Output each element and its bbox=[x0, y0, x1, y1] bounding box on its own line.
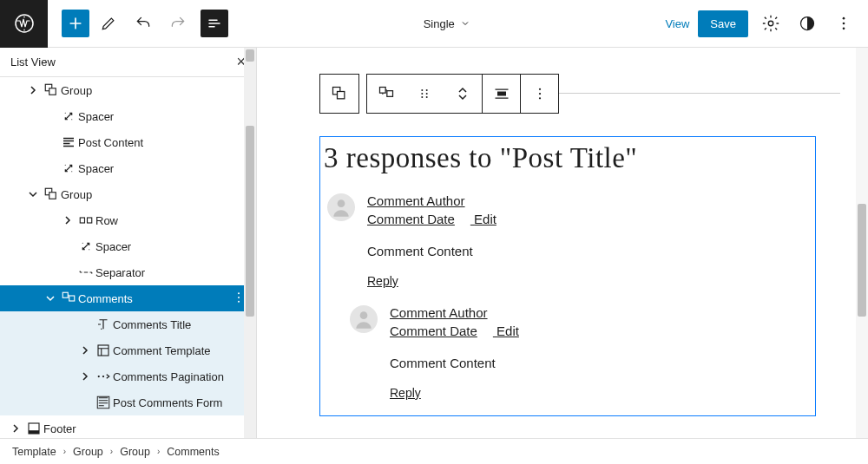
chevron-right-icon[interactable] bbox=[59, 216, 76, 225]
svg-rect-9 bbox=[49, 193, 56, 199]
comment-item: Comment Author Comment Date Edit Comment… bbox=[320, 183, 815, 295]
svg-point-18 bbox=[98, 376, 100, 377]
svg-point-28 bbox=[426, 89, 428, 91]
move-up-down-icon[interactable] bbox=[444, 75, 482, 113]
pagination-icon bbox=[94, 369, 113, 384]
svg-rect-26 bbox=[387, 91, 393, 97]
spacer-icon bbox=[59, 160, 78, 176]
add-block-button[interactable] bbox=[62, 10, 89, 37]
list-view-scrollbar[interactable] bbox=[244, 48, 256, 438]
comment-date[interactable]: Comment Date bbox=[390, 323, 477, 338]
breadcrumb: Template›Group›Group›Comments bbox=[0, 438, 868, 464]
form-icon bbox=[94, 395, 113, 410]
chevron-right-icon[interactable] bbox=[76, 372, 94, 381]
list-view-toggle-icon[interactable] bbox=[201, 10, 228, 37]
chevron-right-icon: › bbox=[110, 447, 113, 456]
list-item-label: Comments Pagination bbox=[113, 370, 249, 383]
undo-icon[interactable] bbox=[128, 8, 159, 39]
comment-edit-link[interactable]: Edit bbox=[496, 323, 519, 338]
chevron-right-icon[interactable] bbox=[76, 346, 94, 355]
comment-content: Comment Content bbox=[390, 356, 535, 370]
redo-icon[interactable] bbox=[162, 8, 194, 39]
list-item-spacer[interactable]: Spacer bbox=[0, 233, 256, 259]
view-link[interactable]: View bbox=[665, 17, 689, 30]
comment-author[interactable]: Comment Author bbox=[367, 193, 465, 208]
comments-block[interactable]: 3 responses to "Post Title" Comment Auth… bbox=[319, 136, 816, 416]
list-item-label: Group bbox=[61, 84, 249, 97]
svg-point-19 bbox=[102, 376, 104, 377]
breadcrumb-item[interactable]: Template bbox=[12, 446, 56, 458]
comment-author[interactable]: Comment Author bbox=[390, 305, 488, 320]
list-item-label: Spacer bbox=[95, 240, 249, 253]
comment-reply-link[interactable]: Reply bbox=[390, 386, 535, 400]
svg-point-37 bbox=[338, 199, 345, 207]
list-view-title: List View bbox=[10, 56, 56, 69]
align-icon[interactable] bbox=[482, 75, 520, 113]
template-selector[interactable]: Single bbox=[228, 17, 665, 30]
svg-rect-33 bbox=[497, 92, 506, 96]
list-item-label: Comments Title bbox=[113, 318, 249, 331]
edit-icon[interactable] bbox=[93, 8, 124, 39]
comment-date[interactable]: Comment Date bbox=[367, 212, 455, 226]
comment-reply-link[interactable]: Reply bbox=[367, 274, 512, 288]
comment-edit-link[interactable]: Edit bbox=[474, 212, 496, 226]
list-item-footer[interactable]: Footer bbox=[0, 415, 256, 438]
svg-point-5 bbox=[843, 28, 845, 30]
breadcrumb-item[interactable]: Group bbox=[73, 446, 103, 458]
svg-point-1 bbox=[768, 21, 773, 26]
list-item-group[interactable]: Group bbox=[0, 77, 256, 103]
breadcrumb-item[interactable]: Group bbox=[120, 446, 150, 458]
more-options-icon[interactable] bbox=[830, 8, 858, 39]
settings-icon[interactable] bbox=[757, 8, 785, 39]
block-more-icon[interactable] bbox=[520, 75, 558, 113]
breadcrumb-item[interactable]: Comments bbox=[167, 446, 219, 458]
svg-rect-10 bbox=[80, 218, 84, 223]
list-item-comments[interactable]: Comments bbox=[0, 285, 256, 311]
wordpress-logo[interactable] bbox=[0, 0, 48, 48]
styles-icon[interactable] bbox=[793, 8, 821, 39]
list-item-comments-pagination[interactable]: Comments Pagination bbox=[0, 363, 256, 389]
svg-point-38 bbox=[360, 311, 368, 319]
list-item-comments-title[interactable]: Comments Title bbox=[0, 311, 256, 337]
chevron-down-icon bbox=[460, 18, 470, 29]
chevron-right-icon[interactable] bbox=[7, 424, 24, 433]
list-item-spacer[interactable]: Spacer bbox=[0, 155, 256, 181]
svg-point-34 bbox=[538, 88, 540, 90]
svg-point-35 bbox=[538, 93, 540, 95]
parent-block-icon[interactable] bbox=[320, 75, 358, 113]
list-view-panel: List View × GroupSpacerPost ContentSpace… bbox=[0, 48, 257, 438]
svg-rect-22 bbox=[29, 430, 39, 434]
list-item-separator[interactable]: Separator bbox=[0, 259, 256, 285]
chevron-right-icon[interactable] bbox=[24, 86, 42, 95]
block-toolbar bbox=[319, 74, 559, 114]
svg-rect-7 bbox=[49, 88, 56, 95]
chevron-down-icon[interactable] bbox=[42, 294, 59, 303]
list-item-post-comments-form[interactable]: Post Comments Form bbox=[0, 389, 256, 415]
save-button[interactable]: Save bbox=[698, 10, 748, 37]
comments-title[interactable]: 3 responses to "Post Title" bbox=[320, 137, 815, 183]
template-name: Single bbox=[424, 17, 455, 30]
chevron-right-icon: › bbox=[63, 447, 66, 456]
list-item-spacer[interactable]: Spacer bbox=[0, 103, 256, 129]
separator-icon bbox=[76, 265, 95, 280]
list-item-row[interactable]: Row bbox=[0, 207, 256, 233]
canvas-scrollbar[interactable] bbox=[856, 48, 868, 438]
list-item-comment-template[interactable]: Comment Template bbox=[0, 337, 256, 363]
svg-rect-17 bbox=[98, 345, 108, 356]
list-item-label: Group bbox=[61, 188, 249, 201]
spacer-icon bbox=[59, 108, 78, 124]
list-item-post-content[interactable]: Post Content bbox=[0, 129, 256, 155]
svg-point-32 bbox=[426, 96, 428, 98]
svg-point-3 bbox=[843, 17, 845, 20]
drag-handle-icon[interactable] bbox=[405, 75, 444, 113]
comment-item: Comment Author Comment Date Edit Comment… bbox=[320, 295, 815, 407]
list-item-group[interactable]: Group bbox=[0, 181, 256, 207]
list-item-label: Spacer bbox=[78, 110, 249, 123]
chevron-down-icon[interactable] bbox=[24, 190, 42, 199]
svg-rect-25 bbox=[380, 88, 386, 94]
avatar-icon bbox=[327, 193, 355, 221]
svg-point-15 bbox=[238, 297, 240, 298]
footer-icon bbox=[24, 421, 43, 436]
postcontent-icon bbox=[59, 134, 78, 150]
block-type-icon[interactable] bbox=[367, 75, 405, 113]
